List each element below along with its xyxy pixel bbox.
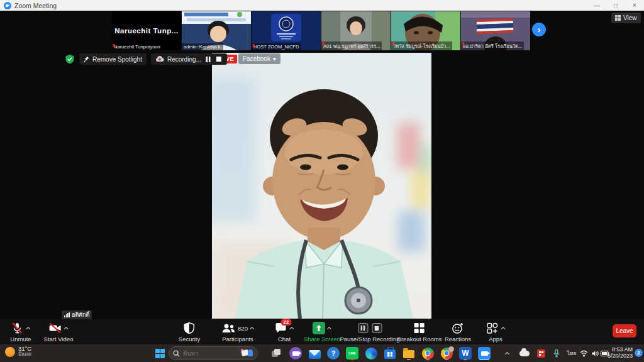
- search-highlights-icon[interactable]: [241, 348, 253, 358]
- pause-recording-icon-button[interactable]: [204, 55, 212, 63]
- microsoft-store-icon: [384, 349, 396, 359]
- tray-expand-button[interactable]: [504, 344, 513, 362]
- participant-tile[interactable]: A01 พญ.ชฎาพร ลุยสิริวรร...: [321, 11, 391, 50]
- chat-unread-badge: 22: [281, 319, 292, 326]
- taskbar-app-edge[interactable]: [364, 346, 379, 360]
- participants-icon: [221, 322, 236, 334]
- participant-tile[interactable]: Naruechit Tunp... Naruechit Tunprayoon: [112, 11, 181, 50]
- maximize-button[interactable]: □: [606, 0, 625, 11]
- taskbar-app-help[interactable]: ?: [326, 346, 341, 360]
- participant-tile[interactable]: HOST ZOOM_NICFD: [252, 11, 321, 50]
- chevron-up-icon[interactable]: [289, 326, 294, 331]
- share-screen-icon: [313, 322, 325, 334]
- file-explorer-icon: [403, 350, 414, 358]
- search-icon: [173, 350, 180, 357]
- tray-notification-app[interactable]: [535, 344, 547, 362]
- chevron-up-icon[interactable]: [25, 326, 30, 331]
- chevron-up-icon[interactable]: [501, 326, 506, 331]
- participant-name-label: A01 พญ.ชฎาพร ลุยสิริวรร...: [321, 41, 382, 50]
- taskbar-search[interactable]: [169, 346, 258, 360]
- muted-mic-icon: [11, 322, 23, 334]
- taskbar-app-chrome[interactable]: [420, 346, 435, 360]
- tray-onedrive[interactable]: [518, 344, 531, 362]
- pause-stop-recording-button[interactable]: Pause/Stop Recording: [340, 322, 399, 343]
- close-button[interactable]: ×: [625, 0, 644, 11]
- wifi-icon: [580, 350, 588, 357]
- spotlight-video: LIVE Facebook ▾: [212, 53, 431, 319]
- security-button[interactable]: Security: [179, 322, 200, 343]
- taskbar-app-video-chat[interactable]: [288, 346, 303, 360]
- chrome-icon: [422, 348, 434, 359]
- unmute-button[interactable]: Unmute: [10, 322, 31, 343]
- apps-button[interactable]: Apps: [486, 322, 506, 343]
- stop-recording-icon-button[interactable]: [215, 55, 223, 63]
- windows-logo-icon: [155, 349, 165, 358]
- breakout-rooms-button[interactable]: Breakout Rooms: [397, 322, 442, 343]
- task-view-button[interactable]: [269, 346, 284, 360]
- video-filmstrip: Naruechit Tunp... Naruechit Tunprayoon a…: [0, 11, 644, 50]
- leave-button[interactable]: Leave: [613, 324, 636, 337]
- taskbar-clock[interactable]: 8:53 AM 5/20/2023: [608, 346, 633, 359]
- zoom-app-icon: [4, 2, 11, 9]
- speaker-icon: [591, 350, 599, 357]
- notification-count-badge[interactable]: 2: [635, 349, 643, 357]
- chevron-up-icon[interactable]: [64, 326, 69, 331]
- muted-mic-icon: [321, 41, 326, 47]
- taskbar-app-zoom[interactable]: [477, 346, 492, 360]
- minimize-button[interactable]: —: [587, 0, 606, 11]
- participant-tile[interactable]: admin~Kanittha k.: [182, 11, 251, 50]
- muted-mic-icon: [112, 43, 116, 49]
- zoom-taskbar-icon: [478, 347, 491, 359]
- participants-button[interactable]: 820 Participants: [221, 322, 255, 343]
- search-input[interactable]: [183, 350, 238, 357]
- chevron-up-icon[interactable]: [250, 326, 255, 331]
- stop-recording-icon[interactable]: [372, 323, 382, 333]
- line-app-icon: LINE: [346, 347, 358, 359]
- remove-spotlight-button[interactable]: Remove Spotlight: [79, 53, 147, 65]
- tray-mic-in-use[interactable]: [551, 344, 562, 362]
- chevron-up-icon: [504, 351, 509, 356]
- tray-volume[interactable]: [590, 344, 600, 362]
- recording-status-pill: Recording...: [151, 53, 227, 65]
- participant-name-label: HOST ZOOM_NICFD: [252, 43, 301, 50]
- view-button[interactable]: View: [611, 13, 641, 23]
- encryption-shield-icon: [65, 54, 75, 64]
- taskbar-app-line[interactable]: LINE: [345, 346, 360, 360]
- tray-language-switcher[interactable]: ไทย: [565, 344, 579, 362]
- window-titlebar: Zoom Meeting — □ ×: [0, 0, 644, 11]
- participant-tile[interactable]: ผอ.ปาริดา มีศรี โรงเรียนวัด...: [461, 11, 530, 50]
- start-button[interactable]: [152, 346, 167, 360]
- reactions-button[interactable]: Reactions: [445, 322, 471, 343]
- chrome-profile-icon: [441, 348, 453, 359]
- taskbar-app-file-explorer[interactable]: [401, 346, 416, 360]
- taskbar-app-store[interactable]: [382, 346, 397, 360]
- participant-name-label: ผอ.ปาริดา มีศรี โรงเรียนวัด...: [461, 41, 524, 50]
- breakout-rooms-icon: [413, 322, 426, 334]
- tray-wifi[interactable]: [579, 344, 589, 362]
- meeting-toolbar: Unmute Start Video Security: [0, 319, 644, 344]
- window-title: Zoom Meeting: [14, 2, 57, 9]
- participant-tile[interactable]: วิทวัส ชัยบูรณ์-โรงเรียนบ้า...: [391, 11, 460, 50]
- chat-button[interactable]: 22 Chat: [275, 322, 294, 343]
- apps-icon: [486, 322, 499, 334]
- taskbar-app-mail[interactable]: [307, 346, 322, 360]
- help-icon: ?: [327, 347, 340, 359]
- stream-platform-dropdown[interactable]: Facebook ▾: [238, 53, 280, 64]
- start-video-button[interactable]: Start Video: [44, 322, 74, 343]
- participant-name-label: วิทวัส ชัยบูรณ์-โรงเรียนบ้า...: [391, 41, 452, 50]
- active-speaker-indicator: อดิศักดิ์: [62, 310, 92, 319]
- share-screen-button[interactable]: Share Screen: [304, 322, 340, 343]
- mail-icon: [309, 350, 321, 359]
- chevron-up-icon[interactable]: [327, 326, 332, 331]
- weather-widget[interactable]: 31°C มีแดด: [5, 346, 31, 358]
- next-page-button[interactable]: ›: [532, 23, 546, 36]
- taskbar-app-word[interactable]: W: [458, 346, 473, 360]
- muted-mic-icon: [252, 43, 256, 49]
- taskbar-app-chrome-profile[interactable]: [439, 346, 454, 360]
- pause-recording-icon[interactable]: [358, 323, 368, 333]
- muted-mic-icon: [461, 41, 465, 47]
- video-chat-app-icon: [289, 347, 302, 359]
- participant-name-label: Naruechit Tunprayoon: [112, 43, 162, 50]
- reactions-icon: [452, 322, 464, 334]
- sun-icon: [5, 347, 15, 357]
